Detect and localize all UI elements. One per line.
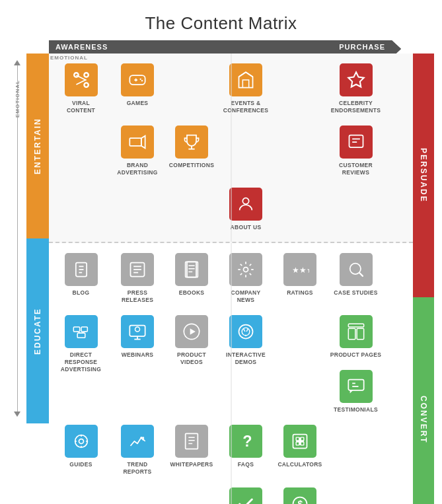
trend-reports-item: TRENDREPORTS [111,421,164,481]
company-news-item: COMPANYNEWS [219,250,272,309]
whitepapers-item: WHITEPAPERS [165,421,218,481]
celebrity-label: CELEBRITYENDORSEMENTS [331,100,381,114]
rational-down-arrow [14,412,20,417]
case-studies-icon [340,253,373,286]
press-releases-icon [121,253,154,286]
svg-text:$: $ [298,498,303,504]
convert-label: CONVERT [413,297,434,504]
guides-icon [65,425,98,458]
entertain-label: ENTERTAIN [26,54,49,238]
svg-rect-6 [239,77,253,87]
calculators-label: CALCULATORS [277,461,322,468]
svg-marker-7 [348,72,363,87]
svg-rect-29 [348,380,363,390]
events-conferences-item: EVENTS &CONFERENCES [219,60,272,120]
svg-rect-36 [301,438,304,441]
svg-rect-20 [77,334,85,338]
awareness-label: AWARENESS [55,43,108,51]
webinars-item: WEBINARS [111,312,164,364]
ebooks-item: EBOOKS [165,250,218,309]
svg-point-11 [242,198,248,204]
trend-reports-icon [121,425,154,458]
blog-icon [65,253,98,286]
blog-item: BLOG [52,250,110,309]
interactive-demos-item: INTERACTIVEDEMOS [219,312,272,371]
product-pages-label: PRODUCT PAGES [330,351,381,359]
product-videos-icon [175,315,208,348]
games-label: GAMES [127,100,149,107]
faqs-icon: ? [229,425,262,458]
svg-point-31 [79,439,83,444]
emotional-label: EMOTIONAL [15,80,20,118]
svg-marker-9 [141,136,145,149]
games-icon [121,63,154,96]
testimonials-item: TESTIMONIALS [328,367,384,419]
customer-reviews-label: CUSTOMERREVIEWS [339,162,373,176]
educate-label: EDUCATE [26,238,49,423]
top-axis-bar: AWARENESS PURCHASE [49,40,392,54]
calculators-icon [283,425,316,458]
svg-point-25 [239,325,253,339]
customer-reviews-icon [340,126,373,159]
press-releases-item: PRESSRELEASES [111,250,164,309]
ts-cs-icon [229,487,262,504]
whitepapers-label: WHITEPAPERS [170,461,213,468]
pricing-item: $ PRICING [274,484,326,504]
svg-rect-10 [349,135,363,148]
svg-rect-37 [296,443,299,446]
svg-marker-24 [190,329,196,335]
viral-content-icon [65,63,98,96]
webinars-label: WEBINARS [122,351,154,359]
celebrity-icon [340,63,373,96]
ts-cs-item: T's & C's [219,484,272,504]
brand-advertising-icon [121,126,154,159]
press-releases-label: PRESSRELEASES [122,289,153,304]
product-videos-label: PRODUCTVIDEOS [177,351,206,366]
case-studies-item: CASE STUDIES [328,250,384,309]
svg-point-22 [135,327,140,332]
product-videos-item: PRODUCTVIDEOS [165,312,218,371]
svg-point-30 [75,435,87,448]
svg-rect-38 [301,443,304,446]
svg-rect-26 [348,324,363,328]
svg-point-4 [140,79,141,80]
faqs-item: ? FAQs [219,421,272,481]
faqs-label: FAQs [238,461,254,468]
direct-response-label: DIRECT RESPONSEADVERTISING [54,351,108,373]
case-studies-label: CASE STUDIES [334,289,377,297]
persuade-label: PERSUADE [413,54,434,297]
bottom-half: RATIONAL BLOG PR [49,243,413,504]
page-title: The Content Matrix [7,13,435,34]
company-news-icon [229,253,262,286]
competitions-label: COMPETITIONS [169,162,214,169]
emotional-text: EMOTIONAL [50,55,88,61]
about-us-label: ABOUT US [231,224,262,231]
product-pages-icon [340,315,373,348]
celebrity-endorsements-item: CELEBRITYENDORSEMENTS [328,60,384,120]
guides-label: GUIDES [69,461,92,468]
brand-advertising-label: BRANDADVERTISING [117,162,157,176]
svg-text:★★★: ★★★ [292,266,309,274]
customer-reviews-item: CUSTOMERREVIEWS [328,122,384,182]
ebooks-label: EBOOKS [179,289,205,297]
svg-rect-32 [186,434,198,449]
product-pages-item: PRODUCT PAGES [328,312,384,364]
svg-rect-35 [296,438,299,441]
svg-rect-8 [129,138,141,146]
ebooks-icon [175,253,208,286]
top-half: EMOTIONAL VIRALCONTENT [49,54,413,243]
viral-content-item: VIRALCONTENT [52,60,110,120]
interactive-demos-label: INTERACTIVEDEMOS [226,351,266,366]
ratings-label: RATINGS [287,289,313,297]
svg-text:?: ? [242,433,252,450]
company-news-label: COMPANYNEWS [231,289,261,304]
ratings-item: ★★★ RATINGS [274,250,326,309]
pricing-icon: $ [283,487,316,504]
svg-rect-18 [73,327,79,332]
svg-point-15 [244,268,248,272]
direct-response-icon [65,315,98,348]
purchase-label: PURCHASE [339,43,385,51]
viral-content-label: VIRALCONTENT [67,100,95,114]
competitions-item: COMPETITIONS [165,122,218,182]
whitepapers-icon [175,425,208,458]
